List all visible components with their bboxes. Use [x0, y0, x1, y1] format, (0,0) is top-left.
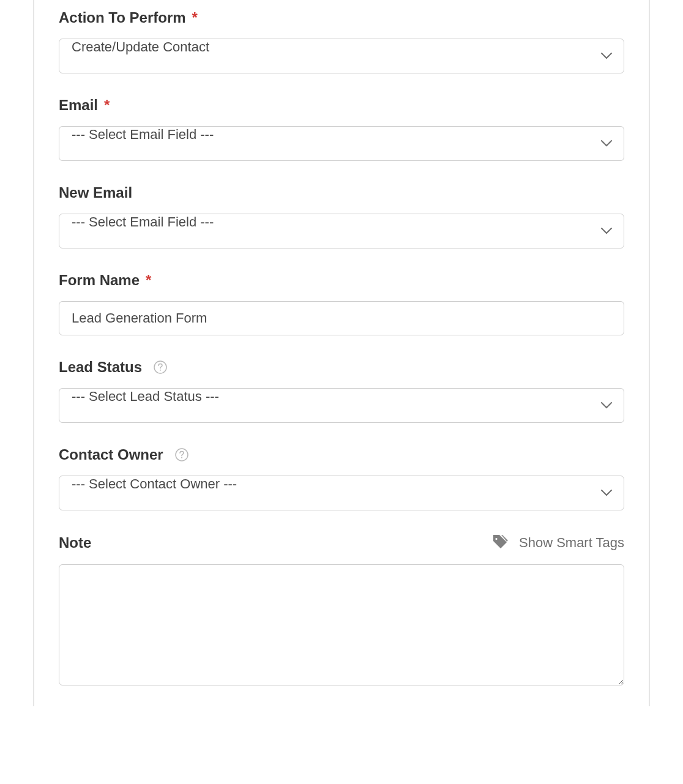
field-group-contact-owner: Contact Owner --- Select Contact Owner -… — [59, 446, 624, 510]
field-group-form-name: Form Name * — [59, 272, 624, 335]
label-lead-status: Lead Status — [59, 359, 624, 376]
new-email-select[interactable]: --- Select Email Field --- — [59, 214, 624, 248]
tag-icon — [492, 534, 508, 552]
label-note-text: Note — [59, 534, 91, 551]
email-select[interactable]: --- Select Email Field --- — [59, 126, 624, 161]
select-wrapper-email: --- Select Email Field --- — [59, 126, 624, 161]
smart-tags-text: Show Smart Tags — [519, 535, 624, 551]
label-email: Email * — [59, 97, 624, 114]
select-wrapper-contact-owner: --- Select Contact Owner --- — [59, 476, 624, 510]
label-contact-owner: Contact Owner — [59, 446, 624, 463]
help-icon[interactable] — [174, 447, 189, 462]
label-new-email: New Email — [59, 184, 624, 201]
label-action-text: Action To Perform — [59, 9, 186, 26]
label-form-name-text: Form Name — [59, 272, 140, 289]
required-indicator: * — [146, 272, 151, 289]
label-form-name: Form Name * — [59, 272, 624, 289]
label-new-email-text: New Email — [59, 184, 132, 201]
svg-point-3 — [181, 457, 182, 458]
required-indicator: * — [192, 9, 198, 26]
label-lead-status-text: Lead Status — [59, 359, 142, 376]
field-group-lead-status: Lead Status --- Select Lead Status --- — [59, 359, 624, 423]
select-wrapper-new-email: --- Select Email Field --- — [59, 214, 624, 248]
note-textarea[interactable] — [59, 564, 624, 685]
select-wrapper-action: Create/Update Contact — [59, 39, 624, 73]
lead-status-select[interactable]: --- Select Lead Status --- — [59, 388, 624, 423]
label-contact-owner-text: Contact Owner — [59, 446, 163, 463]
help-icon[interactable] — [153, 360, 168, 375]
note-header: Note Show Smart Tags — [59, 534, 624, 552]
form-name-input[interactable] — [59, 301, 624, 335]
contact-owner-select[interactable]: --- Select Contact Owner --- — [59, 476, 624, 510]
field-group-new-email: New Email --- Select Email Field --- — [59, 184, 624, 248]
label-action: Action To Perform * — [59, 9, 624, 26]
action-select[interactable]: Create/Update Contact — [59, 39, 624, 73]
select-wrapper-lead-status: --- Select Lead Status --- — [59, 388, 624, 423]
field-group-note: Note Show Smart Tags — [59, 534, 624, 688]
label-email-text: Email — [59, 97, 98, 114]
required-indicator: * — [104, 97, 110, 114]
svg-point-1 — [160, 370, 161, 371]
field-group-action: Action To Perform * Create/Update Contac… — [59, 9, 624, 73]
field-group-email: Email * --- Select Email Field --- — [59, 97, 624, 161]
form-container: Action To Perform * Create/Update Contac… — [33, 0, 650, 706]
show-smart-tags-button[interactable]: Show Smart Tags — [492, 534, 624, 552]
